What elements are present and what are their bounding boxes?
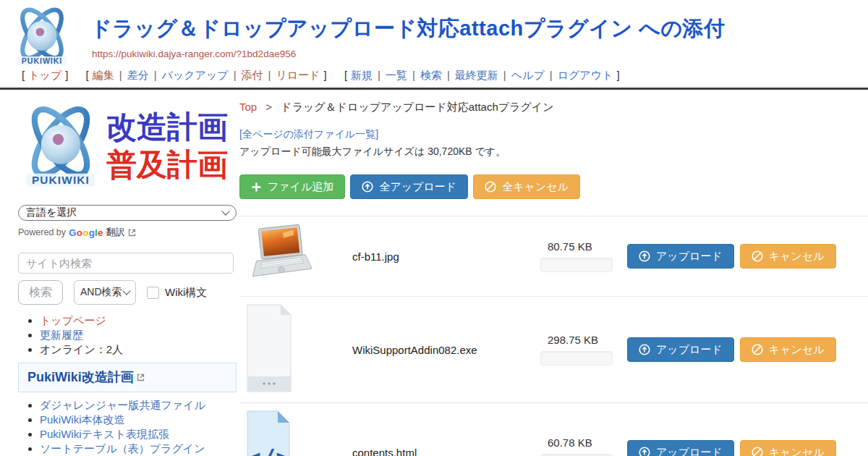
cancel-circle-icon bbox=[752, 250, 763, 262]
sidebar-list-plugins: ダジャレンジャー版共通ファイル PukiWiki本体改造 PukiWikiテキス… bbox=[18, 400, 237, 456]
site-search-input[interactable] bbox=[18, 253, 234, 274]
sidebar-link-core-mod[interactable]: PukiWiki本体改造 bbox=[40, 413, 125, 426]
sidebar-logo-text: 改造計画 普及計画 bbox=[106, 109, 228, 185]
file-row: </> contents.html 60.78 KB アップロード bbox=[239, 402, 868, 456]
separator: | bbox=[378, 69, 380, 81]
nav-item-reload[interactable]: リロード bbox=[276, 69, 320, 81]
nav-item-attach[interactable]: 添付 bbox=[242, 69, 263, 81]
top-navbar: [トップ] [編集|差分|バックアップ|添付|リロード] [新規|一覧|検索|最… bbox=[0, 69, 868, 85]
separator: | bbox=[503, 69, 506, 81]
list-item: ソートテーブル（表）プラグイン bbox=[40, 443, 237, 455]
generic-file-icon bbox=[247, 304, 292, 392]
breadcrumb-separator: > bbox=[265, 101, 272, 113]
action-buttons: ファイル追加 全アップロード 全キャンセル bbox=[239, 174, 868, 199]
file-name: cf-b11.jpg bbox=[352, 250, 540, 263]
search-button[interactable]: 検索 bbox=[18, 280, 63, 305]
upload-all-button[interactable]: 全アップロード bbox=[350, 174, 468, 199]
list-item: トップページ bbox=[40, 315, 237, 327]
wiki-syntax-label: Wiki構文 bbox=[165, 286, 207, 300]
progress-bar bbox=[540, 258, 613, 272]
add-file-button[interactable]: ファイル追加 bbox=[239, 174, 345, 199]
nav-item-edit[interactable]: 編集 bbox=[93, 69, 114, 81]
max-upload-size-text: アップロード可能最大ファイルサイズは 30,720KB です。 bbox=[239, 145, 868, 159]
sidebar-link-common-files[interactable]: ダジャレンジャー版共通ファイル bbox=[40, 399, 205, 411]
nav-item-backup[interactable]: バックアップ bbox=[162, 69, 229, 81]
cancel-circle-icon bbox=[752, 344, 763, 355]
nav-item-top[interactable]: トップ bbox=[28, 69, 61, 81]
sidebar-link-history[interactable]: 更新履歴 bbox=[40, 329, 83, 341]
bracket: [ bbox=[86, 69, 89, 81]
chevron-down-icon bbox=[122, 287, 130, 295]
upload-button[interactable]: アップロード bbox=[627, 337, 734, 362]
cancel-all-button[interactable]: 全キャンセル bbox=[473, 174, 580, 199]
file-name: contents.html bbox=[352, 447, 540, 456]
cancel-button[interactable]: キャンセル bbox=[740, 244, 836, 269]
nav-item-recent[interactable]: 最終更新 bbox=[455, 69, 498, 81]
nav-group-site: [新規|一覧|検索|最終更新|ヘルプ|ログアウト] bbox=[341, 69, 624, 81]
search-mode-value: AND検索 bbox=[80, 286, 122, 299]
page-url-link[interactable]: https://pukiwiki.dajya-ranger.com/?1bd2d… bbox=[92, 48, 296, 59]
laptop-photo-thumbnail bbox=[245, 224, 312, 286]
file-row: cf-b11.jpg 80.75 KB アップロード キャンセル bbox=[239, 216, 868, 296]
upload-circle-icon bbox=[639, 344, 650, 355]
google-translate-attribution: Powered by Google 翻訳 bbox=[18, 226, 237, 239]
bracket: [ bbox=[344, 69, 347, 81]
upload-button[interactable]: アップロード bbox=[627, 440, 734, 456]
external-link-icon bbox=[128, 229, 136, 237]
language-select[interactable]: 言語を選択 bbox=[18, 205, 237, 221]
pukiwiki-logo-icon[interactable]: PUKIWIKI bbox=[7, 4, 77, 68]
logo-line-kaizo: 改造計画 bbox=[106, 109, 228, 147]
nav-item-search[interactable]: 検索 bbox=[420, 69, 442, 81]
sidebar-link-toppage[interactable]: トップページ bbox=[40, 314, 106, 326]
file-thumbnail-cell bbox=[239, 304, 352, 395]
bracket: ] bbox=[65, 69, 68, 81]
list-item: ダジャレンジャー版共通ファイル bbox=[40, 400, 237, 412]
upload-button[interactable]: アップロード bbox=[627, 244, 734, 269]
file-row: WikiSupportAddin082.exe 298.75 KB アップロード… bbox=[239, 296, 868, 402]
svg-text:</>: </> bbox=[247, 444, 290, 456]
file-thumbnail-cell: </> bbox=[239, 410, 352, 456]
wiki-syntax-checkbox[interactable] bbox=[147, 287, 159, 299]
upload-circle-icon bbox=[639, 447, 650, 456]
cancel-circle-icon bbox=[752, 447, 763, 456]
breadcrumb: Top > ドラッグ＆ドロップアップロード対応attachプラグイン bbox=[239, 101, 868, 114]
html-file-icon: </> bbox=[247, 410, 290, 456]
row-actions: アップロード キャンセル bbox=[627, 337, 836, 362]
upload-circle-icon bbox=[639, 250, 650, 262]
cancel-button[interactable]: キャンセル bbox=[740, 337, 836, 362]
search-mode-select[interactable]: AND検索 bbox=[74, 280, 136, 305]
separator: | bbox=[447, 69, 450, 81]
translate-link[interactable]: 翻訳 bbox=[106, 226, 125, 239]
file-size: 80.75 KB bbox=[548, 240, 627, 253]
header: PUKIWIKI ドラッグ＆ドロップアップロード対応attachプラグイン への… bbox=[0, 0, 868, 69]
svg-text:PUKIWIKI: PUKIWIKI bbox=[22, 56, 62, 65]
powered-by-label: Powered by bbox=[18, 227, 66, 237]
sidebar-link-sort-table[interactable]: ソートテーブル（表）プラグイン bbox=[40, 442, 205, 455]
nav-item-help[interactable]: ヘルプ bbox=[511, 69, 545, 81]
breadcrumb-top-link[interactable]: Top bbox=[239, 101, 257, 113]
file-name: WikiSupportAddin082.exe bbox=[352, 344, 540, 356]
pukiwiki-kaizo-link[interactable]: PukiWiki改造計画 bbox=[27, 368, 145, 386]
bracket: ] bbox=[324, 69, 327, 81]
all-attachments-link[interactable]: [全ページの添付ファイル一覧] bbox=[239, 128, 378, 141]
list-item: PukiWikiテキスト表現拡張 bbox=[40, 428, 237, 441]
sidebar-logo[interactable]: PUKIWIKI 改造計画 普及計画 bbox=[18, 98, 237, 194]
search-controls: 検索 AND検索 Wiki構文 bbox=[18, 280, 237, 305]
sidebar: PUKIWIKI 改造計画 普及計画 言語を選択 Powered by Goog… bbox=[0, 90, 237, 456]
plus-icon bbox=[251, 182, 262, 193]
pukiwiki-atom-icon: PUKIWIKI bbox=[18, 99, 103, 193]
nav-item-new[interactable]: 新規 bbox=[351, 69, 373, 81]
pukiwiki-attach-page: PUKIWIKI ドラッグ＆ドロップアップロード対応attachプラグイン への… bbox=[0, 0, 868, 456]
nav-item-logout[interactable]: ログアウト bbox=[558, 69, 613, 81]
nav-item-list[interactable]: 一覧 bbox=[386, 69, 407, 81]
external-link-icon bbox=[137, 373, 145, 381]
nav-group-top: [トップ] bbox=[18, 69, 72, 81]
file-size: 298.75 KB bbox=[548, 334, 627, 346]
cancel-button[interactable]: キャンセル bbox=[740, 440, 836, 456]
cancel-circle-icon bbox=[485, 181, 496, 193]
file-thumbnail-cell bbox=[239, 224, 352, 289]
sidebar-link-text-ext[interactable]: PukiWikiテキスト表現拡張 bbox=[40, 428, 169, 440]
row-actions: アップロード キャンセル bbox=[627, 244, 836, 269]
upload-circle-icon bbox=[362, 181, 373, 193]
nav-item-diff[interactable]: 差分 bbox=[127, 69, 149, 81]
